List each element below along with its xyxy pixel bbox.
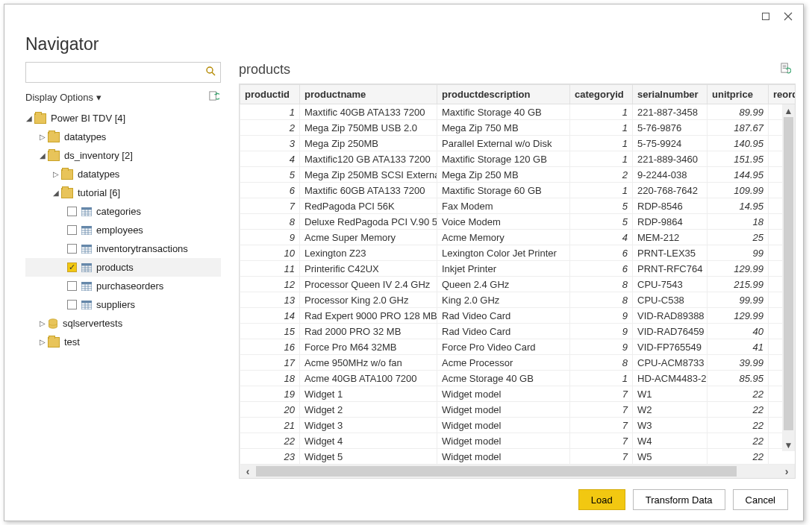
dialog-title: Navigator: [25, 34, 803, 54]
tree-leaf-categories[interactable]: categories: [25, 202, 221, 221]
tree-leaf-employees[interactable]: employees: [25, 221, 221, 239]
checkbox-checked[interactable]: [67, 262, 77, 272]
display-options-dropdown[interactable]: Display Options ▾: [25, 92, 102, 103]
tree-node-datatypes2[interactable]: ▷datatypes: [25, 165, 221, 183]
tree-label: datatypes: [64, 131, 106, 142]
cell-productdescription: Force Pro Video Card: [437, 339, 570, 355]
tree-label: sqlservertests: [63, 318, 122, 329]
cell-serialnumber: MEM-212: [633, 230, 708, 245]
scroll-thumb[interactable]: [256, 466, 737, 477]
tree-label: purchaseorders: [96, 280, 163, 292]
scroll-thumb[interactable]: [784, 117, 793, 430]
table-row[interactable]: 11Printerific C42UXInkjet Printer6PRNT-R…: [240, 261, 796, 277]
tree-node-test[interactable]: ▷test: [25, 333, 221, 351]
col-header-serialnumber[interactable]: serialnumber: [633, 85, 708, 104]
checkbox[interactable]: [67, 244, 77, 254]
table-row[interactable]: 19Widget 1Widget model7W122: [240, 386, 796, 402]
tree-leaf-purchaseorders[interactable]: purchaseorders: [25, 277, 221, 295]
col-header-reorder[interactable]: reord: [769, 85, 796, 104]
cell-productid: 2: [240, 120, 300, 136]
expand-icon[interactable]: ▷: [52, 170, 60, 178]
col-header-categoryid[interactable]: categoryid: [570, 85, 633, 104]
table-row[interactable]: 1Maxtific 40GB ATA133 7200Maxtific Stora…: [240, 104, 796, 120]
col-header-productid[interactable]: productid: [240, 85, 300, 104]
table-row[interactable]: 8Deluxe RedPagoda PCI V.90 56KVoice Mode…: [240, 214, 796, 230]
folder-icon: [48, 132, 60, 142]
preview-options-icon[interactable]: [780, 63, 791, 77]
collapse-icon[interactable]: ◢: [25, 114, 33, 122]
collapse-icon[interactable]: ◢: [52, 189, 60, 197]
table-row[interactable]: 4Maxtific120 GB ATA133 7200Maxtific Stor…: [240, 151, 796, 167]
scroll-up-icon[interactable]: ▲: [782, 104, 795, 117]
cancel-button[interactable]: Cancel: [733, 489, 788, 510]
table-row[interactable]: 22Widget 4Widget model7W422: [240, 433, 796, 449]
col-header-productname[interactable]: productname: [300, 85, 437, 104]
cell-productid: 14: [240, 308, 300, 324]
vertical-scrollbar[interactable]: ▲ ▼: [782, 104, 795, 451]
tree-label: Power BI TDV [4]: [51, 113, 125, 124]
cell-serialnumber: 5-76-9876: [633, 120, 708, 136]
table-row[interactable]: 15Rad 2000 PRO 32 MBRad Video Card9VID-R…: [240, 324, 796, 339]
cell-productid: 8: [240, 214, 300, 230]
checkbox[interactable]: [67, 300, 77, 309]
expand-icon[interactable]: ▷: [39, 338, 46, 346]
table-row[interactable]: 6Maxtific 60GB ATA133 7200Maxtific Stora…: [240, 183, 796, 198]
table-row[interactable]: 23Widget 5Widget model7W522: [240, 449, 796, 465]
expand-icon[interactable]: ▷: [39, 319, 46, 327]
table-row[interactable]: 3Mega Zip 250MBParallel External w/o Dis…: [240, 136, 796, 151]
cell-categoryid: 9: [570, 324, 633, 339]
scroll-right-icon[interactable]: ›: [778, 465, 795, 477]
cell-productid: 12: [240, 277, 300, 292]
checkbox[interactable]: [67, 207, 77, 216]
tree-node-datatypes[interactable]: ▷datatypes: [25, 128, 221, 146]
cell-unitprice: 22: [708, 433, 769, 449]
cell-productdescription: Widget model: [437, 433, 570, 449]
refresh-icon[interactable]: [208, 90, 219, 104]
cell-categoryid: 8: [570, 277, 633, 292]
search-box[interactable]: [25, 62, 221, 83]
data-grid: productid productname productdescription…: [239, 84, 796, 479]
table-row[interactable]: 14Rad Expert 9000 PRO 128 MBRad Video Ca…: [240, 308, 796, 324]
table-row[interactable]: 9Acme Super MemoryAcme Memory4MEM-21225: [240, 230, 796, 245]
horizontal-scrollbar[interactable]: ‹ ›: [240, 465, 795, 478]
table-row[interactable]: 10Lexington Z23Lexington Color Jet Print…: [240, 245, 796, 261]
tree-node-tutorial[interactable]: ◢tutorial [6]: [25, 183, 221, 202]
search-input[interactable]: [31, 67, 205, 78]
expand-icon[interactable]: ▷: [39, 133, 46, 141]
table-row[interactable]: 5Mega Zip 250MB SCSI ExternalMega Zip 25…: [240, 167, 796, 183]
window-restore-button[interactable]: [758, 10, 773, 22]
tree-leaf-inventorytransactions[interactable]: inventorytransactions: [25, 239, 221, 258]
window-close-button[interactable]: [781, 10, 796, 22]
checkbox[interactable]: [67, 281, 77, 291]
col-header-productdescription[interactable]: productdescription: [437, 85, 570, 104]
transform-data-button[interactable]: Transform Data: [633, 489, 725, 510]
tree-leaf-products[interactable]: products: [25, 258, 221, 277]
cell-unitprice: 99: [708, 245, 769, 261]
tree-node-sqlservertests[interactable]: ▷sqlservertests: [25, 314, 221, 333]
table-row[interactable]: 13Processor King 2.0 GHzKing 2.0 GHz8CPU…: [240, 292, 796, 308]
table-row[interactable]: 18Acme 40GB ATA100 7200Acme Storage 40 G…: [240, 371, 796, 386]
scroll-left-icon[interactable]: ‹: [240, 465, 256, 477]
table-row[interactable]: 20Widget 2Widget model7W222: [240, 402, 796, 418]
cell-unitprice: 151.95: [708, 151, 769, 167]
table-row[interactable]: 2Mega Zip 750MB USB 2.0Mega Zip 750 MB15…: [240, 120, 796, 136]
tree-node-dsinventory[interactable]: ◢ds_inventory [2]: [25, 146, 221, 165]
col-header-unitprice[interactable]: unitprice: [708, 85, 769, 104]
load-button[interactable]: Load: [578, 489, 625, 510]
table-row[interactable]: 7RedPagoda PCI 56KFax Modem5RDP-854614.9…: [240, 198, 796, 214]
cell-productdescription: Widget model: [437, 386, 570, 402]
cell-productname: Printerific C42UX: [300, 261, 437, 277]
tree-leaf-suppliers[interactable]: suppliers: [25, 295, 221, 314]
table-row[interactable]: 21Widget 3Widget model7W322: [240, 418, 796, 433]
collapse-icon[interactable]: ◢: [39, 151, 46, 160]
cell-productid: 15: [240, 324, 300, 339]
table-row[interactable]: 17Acme 950MHz w/o fanAcme Processor8CPU-…: [240, 355, 796, 371]
checkbox[interactable]: [67, 225, 77, 235]
cell-serialnumber: W5: [633, 449, 708, 465]
scroll-down-icon[interactable]: ▼: [782, 438, 795, 451]
tree-node-root[interactable]: ◢Power BI TDV [4]: [25, 109, 221, 128]
database-icon: [48, 318, 58, 329]
cell-serialnumber: 5-75-9924: [633, 136, 708, 151]
table-row[interactable]: 16Force Pro M64 32MBForce Pro Video Card…: [240, 339, 796, 355]
table-row[interactable]: 12Processor Queen IV 2.4 GHzQueen 2.4 GH…: [240, 277, 796, 292]
